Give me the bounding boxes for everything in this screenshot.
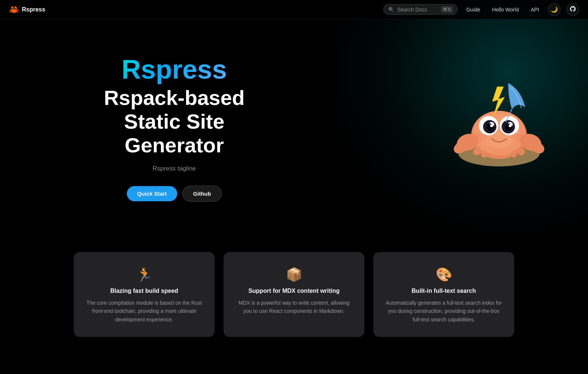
svg-point-11 [511, 151, 517, 158]
svg-point-20 [490, 124, 493, 127]
logo-emoji: 🦀 [9, 5, 19, 14]
feature-icon-2: 🎨 [384, 267, 504, 282]
feature-title-2: Built-in full-text search [384, 288, 504, 294]
svg-point-19 [505, 123, 512, 131]
feature-desc-0: The core compilation module is based on … [84, 299, 204, 324]
search-kbd: ⌘ K [441, 6, 453, 13]
api-link[interactable]: API [528, 5, 542, 14]
feature-title-0: Blazing fast build speed [84, 288, 204, 294]
search-placeholder: Search Docs [397, 7, 438, 13]
svg-point-24 [474, 133, 487, 140]
svg-point-21 [509, 124, 512, 127]
mascot-illustration [440, 53, 558, 172]
hero-buttons: Quick Start Github [127, 186, 222, 202]
svg-point-18 [486, 123, 494, 131]
hero-subtitle: Rspack-based Static Site Generator [104, 86, 245, 158]
github-icon [569, 6, 576, 14]
feature-icon-0: 🏃 [84, 267, 204, 282]
feature-card-0: 🏃 Blazing fast build speed The core comp… [74, 252, 215, 337]
hero-content: Rspress Rspack-based Static Site Generat… [44, 33, 304, 224]
svg-point-25 [511, 133, 524, 140]
guide-link[interactable]: Guide [463, 5, 483, 14]
features-section: 🏃 Blazing fast build speed The core comp… [0, 237, 588, 359]
feature-card-2: 🎨 Built-in full-text search Automaticall… [373, 252, 514, 337]
github-button[interactable] [566, 3, 579, 16]
theme-toggle-button[interactable]: 🌙 [548, 3, 561, 16]
feature-desc-2: Automatically generates a full-text sear… [384, 299, 504, 324]
moon-icon: 🌙 [551, 6, 558, 13]
navbar: 🦀 Rspress 🔍 Search Docs ⌘ K Guide Hello … [0, 0, 588, 19]
logo[interactable]: 🦀 Rspress [9, 5, 45, 14]
search-icon: 🔍 [388, 7, 394, 13]
github-cta-button[interactable]: Github [182, 186, 222, 202]
feature-desc-1: MDX is a powerful way to write content, … [234, 299, 354, 315]
hello-world-link[interactable]: Hello World [489, 5, 522, 14]
feature-title-1: Support for MDX content writing [234, 288, 354, 294]
search-bar[interactable]: 🔍 Search Docs ⌘ K [383, 4, 457, 15]
logo-text: Rspress [22, 6, 45, 13]
svg-point-10 [518, 148, 525, 155]
feature-icon-1: 📦 [234, 267, 354, 282]
quick-start-button[interactable]: Quick Start [127, 186, 177, 201]
hero-brand-title: Rspress [122, 55, 227, 84]
hero-section: Rspress Rspack-based Static Site Generat… [0, 0, 588, 237]
svg-point-9 [481, 151, 488, 158]
feature-card-1: 📦 Support for MDX content writing MDX is… [224, 252, 364, 337]
svg-point-8 [473, 148, 480, 155]
hero-tagline: Rspress tagline [152, 165, 196, 172]
